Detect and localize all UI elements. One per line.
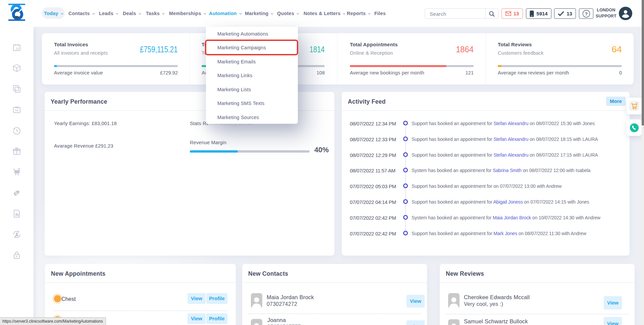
svg-text:12: 12 <box>16 47 19 50</box>
svg-text:?: ? <box>585 11 588 16</box>
